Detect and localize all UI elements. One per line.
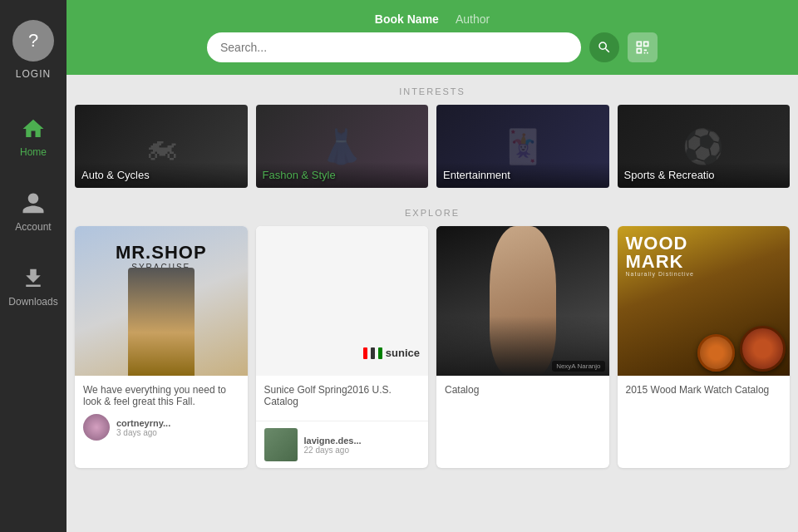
sunice-small-img	[264, 428, 298, 461]
mrshop-avatar	[83, 414, 110, 441]
entertainment-icon: 🃏	[502, 127, 544, 166]
sidebar-item-label-home: Home	[20, 146, 47, 158]
catalog-title: Catalog	[445, 384, 601, 396]
account-icon	[21, 191, 46, 216]
catalog-overlay-text: NexyA Naranjo	[552, 361, 604, 372]
fashion-icon: 👗	[321, 127, 362, 166]
sidebar-item-home[interactable]: Home	[0, 100, 66, 175]
woodmark-image: WOODMARK Naturally Distinctive	[618, 226, 791, 376]
login-label: LOGIN	[16, 68, 51, 80]
sidebar-item-label-account: Account	[15, 221, 51, 233]
sports-icon: ⚽	[682, 127, 724, 166]
sidebar-item-account[interactable]: Account	[0, 175, 66, 249]
interest-label-entertainment: Entertainment	[436, 162, 609, 188]
interests-grid: 🏍 Auto & Cycles 👗 Fashon & Style 🃏 Enter…	[66, 105, 798, 196]
avatar: ?	[12, 20, 54, 62]
content-area: INTERESTS 🏍 Auto & Cycles 👗 Fashon & Sty…	[66, 75, 798, 532]
explore-card-sunice[interactable]: sunice Sunice Golf Spring2016 U.S. Catal…	[256, 226, 429, 468]
qr-icon	[634, 39, 651, 56]
catalog-image: NexyA Naranjo	[436, 226, 609, 376]
sunice-title: Sunice Golf Spring2016 U.S. Catalog	[264, 384, 421, 407]
auto-icon: 🏍	[145, 128, 178, 165]
sunice-logo: sunice	[363, 347, 420, 359]
woodmark-tagline: Naturally Distinctive	[626, 271, 694, 277]
woodmark-title-text: 2015 Wood Mark Watch Catalog	[626, 384, 782, 396]
sunice-small-card: lavigne.des... 22 days ago	[256, 421, 429, 468]
explore-card-catalog[interactable]: NexyA Naranjo Catalog	[436, 226, 609, 468]
mrshop-image: MR.SHOP SYRACUSE FALL 2015 LOOKBOOK	[75, 226, 248, 376]
sidebar: ? LOGIN Home Account Downloads	[0, 0, 66, 532]
interests-section-label: INTERESTS	[66, 75, 798, 105]
sidebar-item-label-downloads: Downloads	[8, 296, 57, 308]
interest-card-fashion[interactable]: 👗 Fashon & Style	[256, 105, 429, 188]
explore-grid: MR.SHOP SYRACUSE FALL 2015 LOOKBOOK We h…	[66, 226, 798, 476]
catalog-body: Catalog	[436, 376, 609, 409]
mrshop-username: cortneyrny...	[116, 418, 170, 428]
search-row	[207, 32, 658, 62]
interest-card-auto-cycles[interactable]: 🏍 Auto & Cycles	[75, 105, 248, 188]
interest-label-sports: Sports & Recreatio	[618, 162, 791, 188]
search-input[interactable]	[207, 32, 581, 62]
mrshop-user-row: cortneyrny... 3 days ago	[83, 414, 239, 441]
download-icon	[21, 266, 46, 291]
sunice-username: lavigne.des...	[304, 436, 362, 446]
explore-section-label: EXPLORE	[66, 196, 798, 226]
mrshop-time: 3 days ago	[116, 428, 170, 437]
interest-label-auto: Auto & Cycles	[75, 162, 248, 188]
interest-card-entertainment[interactable]: 🃏 Entertainment	[436, 105, 609, 188]
catalog-woman-bg	[436, 226, 609, 376]
mrshop-desc: We have everything you need to look & fe…	[83, 384, 239, 407]
interest-card-sports[interactable]: ⚽ Sports & Recreatio	[618, 105, 791, 188]
sunice-body: Sunice Golf Spring2016 U.S. Catalog	[256, 376, 429, 421]
woodmark-title: WOODMARK	[626, 234, 694, 271]
explore-card-mrshop[interactable]: MR.SHOP SYRACUSE FALL 2015 LOOKBOOK We h…	[75, 226, 248, 468]
search-tabs: Book Name Author	[375, 12, 490, 26]
mrshop-name: MR.SHOP	[116, 243, 207, 263]
tab-book-name[interactable]: Book Name	[375, 12, 439, 26]
woodmark-logo: WOODMARK Naturally Distinctive	[626, 234, 694, 277]
interest-label-fashion: Fashon & Style	[256, 162, 429, 188]
login-area[interactable]: ? LOGIN	[0, 0, 66, 100]
sidebar-item-downloads[interactable]: Downloads	[0, 249, 66, 324]
search-button[interactable]	[589, 32, 619, 62]
mrshop-body: We have everything you need to look & fe…	[75, 376, 248, 449]
qr-button[interactable]	[628, 32, 658, 62]
main-content: Book Name Author INTERESTS 🏍	[66, 0, 798, 532]
sunice-time: 22 days ago	[304, 446, 362, 455]
sunice-image: sunice	[256, 226, 429, 376]
tab-author[interactable]: Author	[456, 12, 490, 26]
home-icon	[21, 116, 46, 141]
watch-2	[740, 326, 786, 372]
woodmark-body: 2015 Wood Mark Watch Catalog	[618, 376, 791, 409]
watch-1	[697, 334, 735, 372]
search-icon	[597, 40, 612, 55]
header: Book Name Author	[66, 0, 798, 75]
explore-card-woodmark[interactable]: WOODMARK Naturally Distinctive 2015 Wood…	[618, 226, 791, 468]
